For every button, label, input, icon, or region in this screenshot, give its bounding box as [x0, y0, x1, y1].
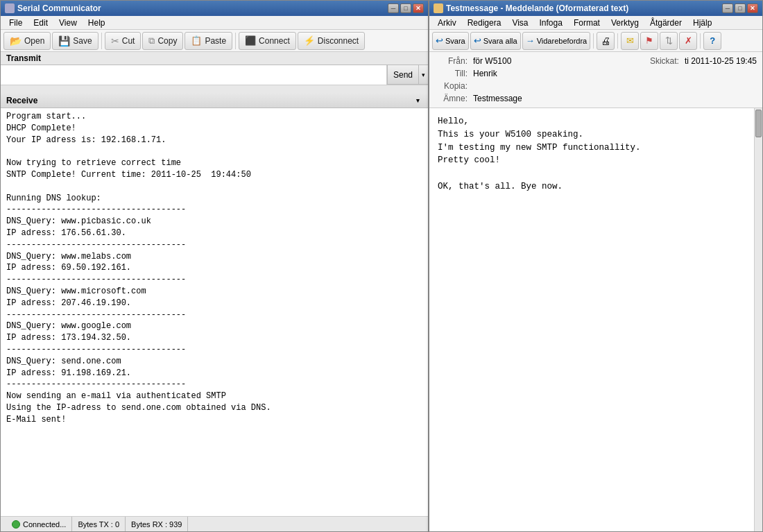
reply-all-button[interactable]: ↩ Svara alla: [470, 32, 521, 50]
help-icon: ?: [710, 35, 715, 46]
serial-toolbar: 📂 Open 💾 Save ✂ Cut ⧉ Copy 📋 Paste ⬛ Con…: [1, 30, 428, 52]
email-to-row: Till: Henrik: [435, 67, 757, 80]
print-icon: 🖨: [601, 35, 610, 46]
minimize-button[interactable]: ─: [388, 3, 399, 13]
email-tb-btn3[interactable]: ⇅: [660, 32, 678, 50]
send-button[interactable]: Send: [387, 65, 418, 84]
paste-button[interactable]: 📋 Paste: [185, 32, 232, 50]
connect-button[interactable]: ⬛ Connect: [239, 32, 296, 50]
email-close-button[interactable]: ✕: [747, 3, 758, 13]
email-header-section: Från: för W5100 Skickat: ti 2011-10-25 1…: [429, 52, 762, 108]
email-menubar: Arkiv Redigera Visa Infoga Format Verkty…: [429, 16, 762, 30]
paste-label: Paste: [205, 36, 226, 46]
copy-icon: ⧉: [148, 35, 155, 46]
email-body-scrollbar[interactable]: [754, 108, 762, 531]
bytes-rx-label: Bytes RX : 939: [131, 520, 182, 529]
save-label: Save: [73, 36, 92, 46]
forward-label: Vidarebefordra: [537, 37, 588, 45]
connection-status: Connected...: [6, 517, 72, 531]
email-cc-row: Kopia:: [435, 80, 757, 92]
menu-file[interactable]: File: [3, 17, 28, 29]
serial-communicator-window: Serial Communicator ─ □ ✕ File Edit View…: [0, 0, 429, 532]
reply-all-label: Svara alla: [483, 37, 517, 45]
email-menu-format[interactable]: Format: [568, 17, 606, 29]
subject-value: Testmessage: [473, 94, 757, 103]
connection-indicator: [12, 520, 20, 529]
receive-header: Receive ▾: [1, 93, 428, 108]
menu-help[interactable]: Help: [83, 17, 111, 29]
cut-label: Cut: [122, 36, 135, 46]
cc-label: Kopia:: [435, 81, 473, 91]
sent-value: ti 2011-10-25 19:45: [685, 56, 757, 66]
maximize-button[interactable]: □: [400, 3, 411, 13]
save-button[interactable]: 💾 Save: [52, 32, 98, 50]
copy-button[interactable]: ⧉ Copy: [142, 32, 183, 50]
receive-content: Program start... DHCP Complete! Your IP …: [1, 108, 428, 516]
email-menu-infoga[interactable]: Infoga: [534, 17, 568, 29]
from-value: för W5100: [473, 56, 650, 66]
bytes-tx-segment: Bytes TX : 0: [72, 517, 126, 531]
serial-title: Serial Communicator: [17, 3, 385, 13]
serial-statusbar: Connected... Bytes TX : 0 Bytes RX : 939: [1, 516, 428, 531]
email-menu-hjalp[interactable]: Hjälp: [687, 17, 717, 29]
disconnect-icon: ⚡: [304, 35, 315, 46]
open-button[interactable]: 📂 Open: [3, 32, 51, 50]
email-toolbar: ↩ Svara ↩ Svara alla → Vidarebefordra 🖨 …: [429, 30, 762, 52]
email-maximize-button[interactable]: □: [735, 3, 746, 13]
from-label: Från:: [435, 56, 473, 66]
email-titlebar: Testmessage - Meddelande (Oformaterad te…: [429, 1, 762, 16]
transmit-header: Transmit: [1, 52, 428, 65]
email-app-icon: [434, 3, 443, 13]
save-icon: 💾: [58, 35, 70, 46]
sent-label: Skickat:: [650, 56, 679, 66]
email-window-controls: ─ □ ✕: [722, 3, 758, 13]
flag-icon: ⚑: [645, 35, 653, 46]
forward-icon: →: [526, 35, 535, 46]
email-minimize-button[interactable]: ─: [722, 3, 733, 13]
copy-label: Copy: [157, 36, 177, 46]
bytes-rx-segment: Bytes RX : 939: [126, 517, 188, 531]
close-button[interactable]: ✕: [413, 3, 424, 13]
forward-button[interactable]: → Vidarebefordra: [522, 32, 591, 50]
disconnect-label: Disconnect: [318, 36, 359, 46]
envelope-icon: ✉: [626, 35, 634, 46]
open-icon: 📂: [10, 35, 22, 46]
cut-button[interactable]: ✂ Cut: [105, 32, 142, 50]
email-subject-row: Ämne: Testmessage: [435, 92, 757, 105]
help-button[interactable]: ?: [703, 32, 721, 50]
subject-label: Ämne:: [435, 94, 473, 103]
to-label: Till:: [435, 69, 473, 78]
email-toolbar-sep-3: [700, 33, 701, 49]
send-dropdown-button[interactable]: ▾: [418, 65, 428, 84]
email-tb-btn2[interactable]: ⚑: [640, 32, 658, 50]
menu-edit[interactable]: Edit: [28, 17, 53, 29]
email-menu-verktyg[interactable]: Verktyg: [606, 17, 644, 29]
email-menu-atgarder[interactable]: Åtgärder: [644, 17, 687, 29]
disconnect-button[interactable]: ⚡ Disconnect: [298, 32, 365, 50]
toolbar-sep-2: [235, 33, 236, 49]
open-label: Open: [24, 36, 44, 46]
email-tb-btn1[interactable]: ✉: [621, 32, 639, 50]
email-body: Hello, This is your W5100 speaking. I'm …: [429, 108, 754, 531]
print-button[interactable]: 🖨: [597, 32, 615, 50]
email-menu-visa[interactable]: Visa: [506, 17, 533, 29]
connect-icon: ⬛: [245, 35, 256, 46]
bytes-tx-label: Bytes TX : 0: [78, 520, 119, 529]
serial-app-icon: [5, 3, 15, 13]
move-icon: ⇅: [665, 35, 673, 46]
email-menu-arkiv[interactable]: Arkiv: [432, 17, 462, 29]
toolbar-sep-1: [101, 33, 102, 49]
transmit-input[interactable]: [1, 65, 387, 85]
transmit-label: Transmit: [1, 52, 428, 65]
send-label: Send: [393, 70, 413, 80]
menu-view[interactable]: View: [53, 17, 83, 29]
cut-icon: ✂: [111, 35, 119, 46]
email-menu-redigera[interactable]: Redigera: [462, 17, 507, 29]
reply-button[interactable]: ↩ Svara: [432, 32, 469, 50]
email-delete-button[interactable]: ✗: [679, 32, 697, 50]
connection-label: Connected...: [23, 520, 66, 529]
email-toolbar-sep-1: [593, 33, 594, 49]
transmit-hscrollbar[interactable]: [1, 85, 428, 93]
receive-dropdown-button[interactable]: ▾: [413, 96, 422, 105]
transmit-section: Transmit Send ▾: [1, 52, 428, 93]
